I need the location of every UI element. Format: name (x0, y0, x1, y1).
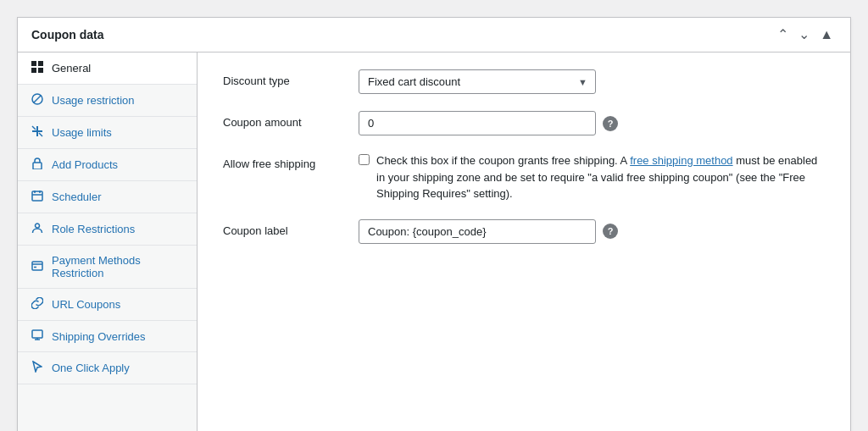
panel-header: Coupon data ⌃ ⌄ ▲ (18, 18, 850, 52)
svg-rect-12 (32, 191, 42, 201)
sidebar-item-url-coupons[interactable]: URL Coupons (18, 289, 197, 321)
monitor-icon (30, 329, 45, 343)
link-icon (30, 297, 45, 312)
sidebar-label-url-coupons: URL Coupons (52, 298, 120, 311)
credit-card-icon (30, 260, 45, 274)
person-icon (30, 222, 45, 236)
sidebar-label-role-restrictions: Role Restrictions (52, 223, 135, 235)
sidebar-label-one-click-apply: One Click Apply (52, 362, 130, 374)
sidebar-label-general: General (52, 62, 91, 75)
sidebar-item-scheduler[interactable]: Scheduler (18, 181, 197, 213)
lock-icon (30, 157, 45, 172)
sidebar-item-general[interactable]: General (18, 52, 197, 85)
sidebar-label-payment-methods: Payment Methods Restriction (52, 254, 185, 279)
coupon-amount-field: ? (359, 111, 825, 135)
coupon-amount-help-icon[interactable]: ? (603, 116, 618, 131)
sidebar-item-add-products[interactable]: Add Products (18, 149, 197, 181)
svg-line-9 (32, 126, 36, 130)
svg-line-5 (34, 96, 42, 103)
cursor-icon (30, 361, 45, 375)
sidebar-item-role-restrictions[interactable]: Role Restrictions (18, 213, 197, 246)
sidebar-item-usage-restriction[interactable]: Usage restriction (18, 85, 197, 117)
plus-cross-icon (30, 125, 45, 140)
coupon-label-input[interactable] (359, 219, 596, 244)
collapse-down-button[interactable]: ⌄ (795, 26, 813, 43)
coupon-amount-input[interactable] (359, 111, 596, 135)
svg-rect-3 (38, 68, 43, 73)
svg-rect-11 (33, 163, 42, 169)
sidebar-label-usage-limits: Usage limits (52, 126, 112, 139)
coupon-data-panel: Coupon data ⌃ ⌄ ▲ General (17, 17, 851, 431)
free-shipping-checkbox-row: Check this box if the coupon grants free… (359, 152, 825, 202)
sidebar-item-usage-limits[interactable]: Usage limits (18, 117, 197, 149)
free-shipping-row: Allow free shipping Check this box if th… (223, 152, 825, 202)
sidebar-item-shipping-overrides[interactable]: Shipping Overrides (18, 321, 197, 352)
coupon-label-field: ? (359, 219, 825, 244)
coupon-amount-row: Coupon amount ? (223, 111, 825, 135)
discount-type-row: Discount type Percentage discount Fixed … (223, 69, 825, 94)
coupon-label-row: Coupon label ? (223, 219, 825, 244)
discount-type-field: Percentage discount Fixed cart discount … (359, 69, 825, 94)
svg-rect-0 (31, 61, 36, 66)
sidebar-label-add-products: Add Products (52, 158, 118, 171)
svg-rect-1 (38, 61, 43, 66)
svg-point-16 (36, 224, 40, 228)
discount-type-select-wrapper: Percentage discount Fixed cart discount … (359, 69, 596, 94)
svg-rect-2 (31, 68, 36, 73)
free-shipping-description: Check this box if the coupon grants free… (376, 152, 825, 202)
svg-rect-7 (32, 130, 42, 132)
free-shipping-field: Check this box if the coupon grants free… (359, 152, 825, 202)
panel-title: Coupon data (31, 28, 104, 41)
sidebar-item-one-click-apply[interactable]: One Click Apply (18, 352, 197, 384)
coupon-label-help-icon[interactable]: ? (603, 224, 618, 239)
sidebar-label-scheduler: Scheduler (52, 191, 102, 203)
svg-line-10 (39, 133, 42, 136)
free-shipping-checkbox[interactable] (359, 154, 370, 165)
sidebar-label-shipping-overrides: Shipping Overrides (52, 330, 146, 343)
main-content: Discount type Percentage discount Fixed … (198, 52, 850, 431)
svg-rect-20 (32, 330, 42, 338)
coupon-label-label: Coupon label (223, 219, 359, 237)
discount-type-label: Discount type (223, 69, 359, 87)
calendar-icon (30, 190, 45, 204)
svg-rect-17 (32, 262, 42, 270)
coupon-body: General Usage restriction (18, 52, 850, 431)
header-controls: ⌃ ⌄ ▲ (774, 26, 837, 43)
discount-type-select[interactable]: Percentage discount Fixed cart discount … (359, 69, 596, 94)
toggle-button[interactable]: ▲ (816, 26, 837, 43)
coupon-amount-label: Coupon amount (223, 111, 359, 129)
grid-icon (30, 61, 45, 75)
collapse-up-button[interactable]: ⌃ (774, 26, 792, 43)
sidebar: General Usage restriction (18, 52, 198, 431)
sidebar-label-usage-restriction: Usage restriction (52, 94, 135, 107)
no-icon (30, 93, 45, 108)
free-shipping-method-link[interactable]: free shipping method (630, 154, 732, 167)
sidebar-item-payment-methods[interactable]: Payment Methods Restriction (18, 246, 197, 289)
free-shipping-label: Allow free shipping (223, 152, 359, 170)
